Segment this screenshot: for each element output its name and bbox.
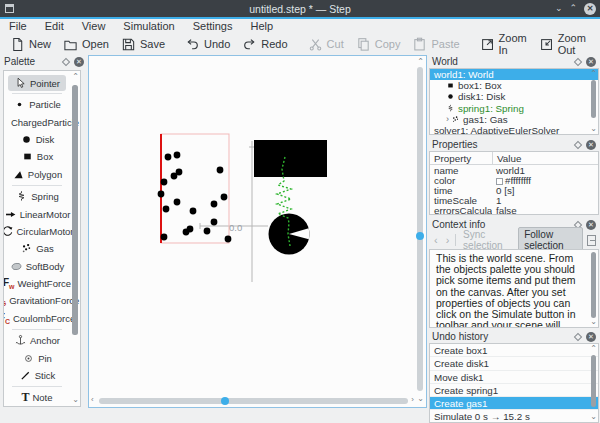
- vscroll-position-dot[interactable]: [416, 232, 424, 240]
- column-value[interactable]: Value: [492, 152, 598, 165]
- tree-item-spring1[interactable]: spring1: Spring: [430, 103, 598, 114]
- tree-item-solver1[interactable]: solver1: AdaptiveEulerSolver: [430, 125, 598, 135]
- property-row-color[interactable]: color#ffffffff: [430, 175, 598, 185]
- scroll-up-icon[interactable]: ⌃: [72, 73, 79, 81]
- palette-item-pointer[interactable]: Pointer: [8, 75, 66, 91]
- float-panel-icon[interactable]: [574, 140, 582, 148]
- scroll-down-icon[interactable]: ⌄: [590, 125, 597, 133]
- gas-particle[interactable]: [211, 219, 218, 226]
- gas-particle[interactable]: [221, 194, 228, 201]
- palette-item-anchor[interactable]: Anchor: [4, 332, 70, 349]
- gas-particle[interactable]: [171, 173, 178, 180]
- undo-scrollbar[interactable]: [591, 355, 596, 407]
- undo-item-create-spring1[interactable]: Create spring1: [430, 384, 598, 397]
- gas-particle[interactable]: [204, 228, 211, 235]
- close-panel-icon[interactable]: ✕: [586, 332, 596, 342]
- palette-item-chargedparticle[interactable]: ChargedParticle: [4, 113, 70, 130]
- titlebar[interactable]: untitled.step * — Step ⌄ ⌃ ✕: [0, 0, 600, 17]
- gas-particle[interactable]: [161, 234, 168, 241]
- palette-item-linearmotor[interactable]: LinearMotor: [4, 205, 70, 222]
- hscroll-position-dot[interactable]: [221, 397, 229, 405]
- palette-item-spring[interactable]: Spring: [4, 188, 70, 205]
- palette-item-polygon[interactable]: Polygon: [4, 166, 70, 183]
- gas-particle[interactable]: [190, 208, 197, 215]
- zoom-out-button[interactable]: Zoom Out: [533, 30, 592, 58]
- undo-item-create-disk1[interactable]: Create disk1: [430, 357, 598, 370]
- palette-item-gravitationforce[interactable]: FGGravitationForce: [4, 292, 70, 309]
- menu-help[interactable]: Help: [241, 20, 282, 32]
- palette-item-pin[interactable]: Pin: [4, 349, 70, 366]
- float-panel-icon[interactable]: [62, 57, 70, 65]
- close-panel-icon[interactable]: ✕: [74, 57, 84, 67]
- gas-particle[interactable]: [217, 167, 224, 174]
- gas-particle[interactable]: [174, 152, 181, 159]
- palette-item-disk[interactable]: Disk: [4, 131, 70, 148]
- float-panel-icon[interactable]: [574, 332, 582, 340]
- undo-item-create-box1[interactable]: Create box1: [430, 344, 598, 357]
- save-button[interactable]: Save: [115, 35, 171, 54]
- gas1-boundary[interactable]: [161, 134, 229, 243]
- menu-simulation[interactable]: Simulation: [114, 20, 183, 32]
- minimize-icon[interactable]: ⌄: [555, 4, 563, 13]
- palette-item-gas[interactable]: Gas: [4, 240, 70, 257]
- tree-item-disk1[interactable]: disk1: Disk: [430, 91, 598, 102]
- menu-file[interactable]: File: [0, 20, 36, 32]
- new-button[interactable]: New: [4, 35, 57, 54]
- scroll-down-icon[interactable]: ⌄: [72, 396, 79, 404]
- float-panel-icon[interactable]: [574, 57, 582, 65]
- palette-item-stick[interactable]: Stick: [4, 367, 70, 384]
- simulation-canvas[interactable]: 0.0 ⌃ ⌄ ‹ ›: [88, 55, 427, 408]
- close-panel-icon[interactable]: ✕: [586, 57, 596, 67]
- maximize-icon[interactable]: ⌃: [569, 4, 577, 13]
- gas-particle[interactable]: [211, 201, 218, 208]
- menu-view[interactable]: View: [73, 20, 115, 32]
- scroll-up-icon[interactable]: ⌃: [590, 345, 597, 353]
- detach-icon[interactable]: [587, 235, 596, 246]
- scroll-down-icon[interactable]: ⌄: [590, 413, 597, 421]
- property-row-time[interactable]: time0 [s]: [430, 185, 598, 195]
- open-button[interactable]: Open: [57, 35, 115, 54]
- canvas-vscrollbar[interactable]: [417, 67, 423, 391]
- tree-item-world1[interactable]: world1: World: [430, 69, 598, 80]
- palette-item-circularmotor[interactable]: CircularMotor: [4, 223, 70, 240]
- scroll-right-icon[interactable]: ›: [411, 396, 414, 404]
- property-row-name[interactable]: nameworld1: [430, 165, 598, 175]
- undo-item-simulate-0-s-15-2-s[interactable]: Simulate 0 s → 15.2 s: [430, 410, 598, 423]
- box1-body[interactable]: [254, 140, 327, 177]
- palette-item-coulombforce[interactable]: FCCoulombForce: [4, 310, 70, 327]
- property-row-timescale[interactable]: timeScale1: [430, 196, 598, 206]
- undo-item-move-disk1[interactable]: Move disk1: [430, 371, 598, 384]
- column-property[interactable]: Property: [430, 153, 492, 164]
- tree-item-box1[interactable]: box1: Box: [430, 80, 598, 91]
- nav-forward-icon[interactable]: ›: [444, 234, 452, 246]
- palette-item-softbody[interactable]: SoftBody: [4, 258, 70, 275]
- palette-item-particle[interactable]: Particle: [4, 96, 70, 113]
- world-scrollbar[interactable]: [591, 80, 596, 118]
- scroll-left-icon[interactable]: ‹: [91, 396, 94, 404]
- gas-particle[interactable]: [165, 154, 172, 161]
- gas-particle[interactable]: [158, 191, 165, 198]
- menu-edit[interactable]: Edit: [36, 20, 73, 32]
- palette-item-weightforce[interactable]: FwWeightForce: [4, 275, 70, 292]
- palette-item-box[interactable]: Box: [4, 148, 70, 165]
- context-scrollbar[interactable]: [591, 252, 596, 318]
- gas-particle[interactable]: [174, 199, 181, 206]
- scroll-down-icon[interactable]: ⌄: [590, 318, 597, 326]
- gas-particle[interactable]: [161, 179, 168, 186]
- gas-particle[interactable]: [163, 206, 170, 213]
- gas-particle[interactable]: [225, 236, 232, 243]
- expander-icon[interactable]: ›: [446, 114, 449, 124]
- undo-button[interactable]: Undo: [179, 35, 236, 54]
- zoom-in-button[interactable]: Zoom In: [474, 30, 533, 58]
- sync-selection-button[interactable]: Sync selection: [460, 229, 514, 251]
- canvas-hscrollbar[interactable]: [99, 398, 408, 404]
- undo-item-create-gas1[interactable]: Create gas1: [430, 397, 598, 410]
- palette-scrollbar[interactable]: [72, 85, 78, 335]
- property-row-errorscalcula-[interactable]: errorsCalcula...false: [430, 206, 598, 215]
- tree-item-gas1[interactable]: ›gas1: Gas: [430, 114, 598, 125]
- scroll-down-icon[interactable]: ⌄: [417, 395, 424, 403]
- menu-settings[interactable]: Settings: [184, 20, 242, 32]
- scroll-up-icon[interactable]: ⌃: [590, 70, 597, 78]
- scroll-up-icon[interactable]: ⌃: [417, 58, 424, 66]
- close-panel-icon[interactable]: ✕: [586, 140, 596, 150]
